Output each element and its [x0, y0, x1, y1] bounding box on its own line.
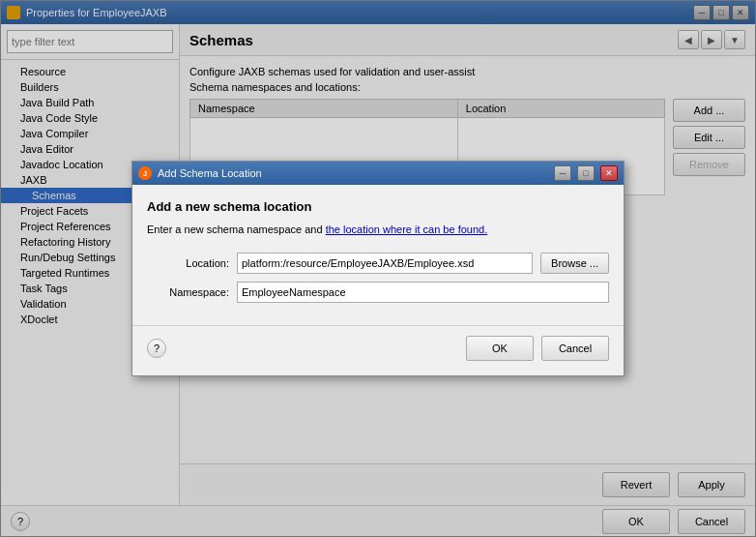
namespace-row: Namespace:	[147, 282, 609, 303]
dialog-overlay: J Add Schema Location ─ □ ✕ Add a new sc…	[0, 0, 756, 537]
dialog-ok-button[interactable]: OK	[466, 336, 534, 361]
location-row: Location: Browse ...	[147, 253, 609, 274]
namespace-input[interactable]	[237, 282, 609, 303]
dialog-icon: J	[138, 166, 152, 180]
dialog-help-icon[interactable]: ?	[147, 339, 166, 358]
dialog-desc-link[interactable]: the location where it can be found.	[326, 224, 488, 235]
dialog-content: Add a new schema location Enter a new sc…	[132, 185, 624, 325]
dialog-desc-text1: Enter a new schema namespace and	[147, 224, 326, 235]
location-label: Location:	[147, 257, 229, 269]
dialog-action-buttons: OK Cancel	[466, 336, 609, 361]
dialog-bottom: ? OK Cancel	[132, 326, 624, 375]
browse-button[interactable]: Browse ...	[540, 253, 609, 274]
dialog-description: Enter a new schema namespace and the loc…	[147, 222, 609, 238]
location-input[interactable]	[237, 253, 533, 274]
dialog-cancel-button[interactable]: Cancel	[541, 336, 609, 361]
dialog-title: Add Schema Location	[158, 167, 548, 179]
namespace-label: Namespace:	[147, 286, 229, 298]
add-schema-dialog: J Add Schema Location ─ □ ✕ Add a new sc…	[131, 161, 625, 376]
dialog-close-button[interactable]: ✕	[600, 165, 618, 181]
dialog-heading: Add a new schema location	[147, 199, 609, 214]
dialog-maximize-button[interactable]: □	[577, 165, 595, 181]
dialog-title-bar: J Add Schema Location ─ □ ✕	[132, 162, 624, 185]
dialog-minimize-button[interactable]: ─	[554, 165, 571, 181]
